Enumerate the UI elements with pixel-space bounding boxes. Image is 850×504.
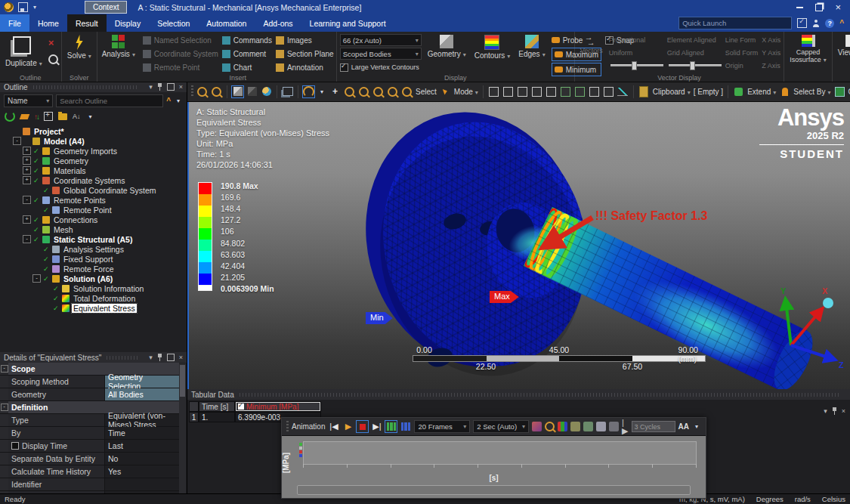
group-folder-icon[interactable]: [58, 113, 67, 120]
triad-sphere[interactable]: [823, 298, 833, 308]
details-row[interactable]: Geometry All Bodies: [0, 388, 179, 401]
tree-item[interactable]: ✓ Analysis Settings: [0, 244, 187, 254]
go-to-start-button[interactable]: |◀: [328, 421, 339, 432]
tree-item[interactable]: - ✓ Remote Points: [0, 195, 187, 205]
menu-tab-home[interactable]: Home: [29, 14, 67, 32]
tree-item[interactable]: ✓ Solution Information: [0, 283, 187, 293]
menu-tab-display[interactable]: Display: [107, 14, 149, 32]
result-sets-icon[interactable]: [400, 421, 411, 432]
analysis-button[interactable]: Analysis: [100, 34, 138, 59]
stop-button[interactable]: [357, 421, 368, 432]
label-annotation-icon[interactable]: [589, 86, 600, 97]
chart-scrollbar[interactable]: [297, 485, 691, 495]
graph-close-icon[interactable]: ×: [842, 407, 845, 415]
insert-item[interactable]: Annotation: [276, 61, 334, 73]
details-row-value[interactable]: [105, 478, 179, 490]
details-row[interactable]: Identifier: [0, 478, 179, 491]
details-row[interactable]: By Time: [0, 427, 179, 440]
large-vertex-contours-checkbox[interactable]: Large Vertex Contours: [340, 61, 422, 73]
edges-button[interactable]: Edges: [516, 34, 547, 59]
export-video-icon[interactable]: [532, 422, 542, 431]
solve-button[interactable]: Solve: [65, 34, 94, 60]
status-angle-unit[interactable]: Degrees: [756, 495, 784, 503]
mode-dropdown[interactable]: Mode: [454, 88, 478, 96]
details-row-value[interactable]: Yes: [105, 465, 179, 478]
tree-expander-icon[interactable]: +: [23, 215, 31, 224]
menu-tab-automation[interactable]: Automation: [198, 14, 255, 32]
probe-annotation-icon[interactable]: [603, 86, 614, 97]
views-button[interactable]: Views: [836, 34, 850, 57]
tree-item[interactable]: + ✓ Geometry Imports: [0, 146, 187, 156]
tree-item[interactable]: + ✓ Coordinate Systems: [0, 175, 187, 185]
close-button[interactable]: ×: [835, 4, 841, 11]
grid-aligned-button[interactable]: Grid Aligned: [667, 47, 722, 59]
graph-dropdown-icon[interactable]: ▾: [824, 407, 827, 415]
details-row-value[interactable]: Last: [105, 440, 179, 452]
menu-tab-file[interactable]: File: [0, 14, 29, 32]
kinematics-icon[interactable]: [570, 422, 580, 431]
details-dropdown-icon[interactable]: ▾: [149, 354, 153, 361]
insert-item[interactable]: Coordinate System: [143, 48, 218, 60]
select-bodies-icon[interactable]: [531, 86, 542, 97]
tree-item[interactable]: + ✓ Connections: [0, 215, 187, 224]
extend-dropdown[interactable]: Extend: [747, 88, 776, 96]
rotate-tool-icon[interactable]: [303, 86, 314, 97]
safety-factor-annotation[interactable]: !!! Safety Factor 1.3: [595, 209, 707, 223]
details-row-value[interactable]: All Bodies: [105, 388, 179, 400]
select-elements-icon[interactable]: [560, 86, 571, 97]
y-axis-button[interactable]: Y Axis: [762, 47, 780, 59]
insert-item[interactable]: Images: [276, 34, 334, 46]
details-row-value[interactable]: Time: [105, 427, 179, 439]
pan-tool-icon[interactable]: +: [329, 86, 341, 97]
play-button[interactable]: ▶: [342, 421, 354, 432]
tracking-icon[interactable]: [583, 422, 593, 431]
select-by-dropdown[interactable]: Select By: [793, 88, 830, 96]
tree-expander-icon[interactable]: +: [23, 147, 31, 155]
tree-expander-icon[interactable]: +: [23, 166, 31, 175]
zoom-previous-icon[interactable]: [401, 86, 413, 97]
rotate-dropdown-icon[interactable]: ▾: [320, 88, 323, 95]
clipboard-dropdown[interactable]: Clipboard: [653, 88, 691, 96]
row-time-value[interactable]: 1.: [199, 412, 235, 422]
find-button[interactable]: [48, 54, 58, 64]
clear-filter-icon[interactable]: [20, 114, 30, 119]
details-scrollbar[interactable]: [179, 363, 186, 493]
details-pin-icon[interactable]: [157, 354, 162, 361]
convert-icon[interactable]: [834, 86, 845, 97]
solid-form-button[interactable]: Solid Form: [725, 47, 759, 59]
details-row[interactable]: Calculate Time History Yes: [0, 465, 179, 478]
delete-button[interactable]: ×: [48, 37, 58, 48]
insert-item[interactable]: Section Plane: [276, 48, 334, 60]
tree-expander-icon[interactable]: -: [13, 137, 21, 145]
contour-levels-select[interactable]: 66 (2x Auto): [340, 34, 422, 46]
box-zoom-icon[interactable]: [344, 86, 355, 97]
insert-item[interactable]: Comment: [222, 48, 272, 60]
tree-item[interactable]: - ✓ Static Structural (A5): [0, 234, 187, 244]
tree-item[interactable]: ✓ Fixed Support: [0, 254, 187, 264]
sort-icon[interactable]: A↓: [73, 113, 81, 120]
zoom-in-icon[interactable]: [196, 86, 208, 97]
insert-item[interactable]: Chart: [222, 61, 272, 73]
outline-maximize-icon[interactable]: [167, 83, 175, 91]
column-checkbox-icon[interactable]: [238, 404, 244, 410]
expand-collapse-icon[interactable]: ↑↓: [34, 113, 39, 121]
outline-pin-icon[interactable]: [157, 83, 162, 91]
collapse-ribbon-icon[interactable]: ^: [839, 19, 844, 27]
zoom-animation-icon[interactable]: [545, 422, 555, 431]
frames-select[interactable]: 20 Frames: [414, 420, 470, 433]
copy-view-icon[interactable]: [282, 86, 293, 97]
tree-expander-icon[interactable]: +: [23, 176, 31, 184]
tree-item[interactable]: Project*: [0, 126, 187, 136]
save-icon[interactable]: [18, 2, 28, 12]
tree-item[interactable]: ✓ Remote Force: [0, 264, 187, 274]
z-axis-button[interactable]: Z Axis: [762, 60, 780, 72]
status-temperature-unit[interactable]: Celsius: [822, 495, 845, 503]
playback-speed-icon[interactable]: |▶: [622, 419, 628, 435]
uniform-button[interactable]: Uniform: [609, 47, 663, 59]
menu-tab-addons[interactable]: Add-ons: [255, 14, 301, 32]
vectors-button[interactable]: Vectors: [578, 34, 605, 55]
outline-close-icon[interactable]: ×: [179, 83, 183, 91]
tree-item[interactable]: - ✓ Solution (A6): [0, 274, 187, 283]
details-row[interactable]: Display Time Last: [0, 440, 179, 453]
animation-overflow-icon[interactable]: ▾: [695, 423, 698, 430]
